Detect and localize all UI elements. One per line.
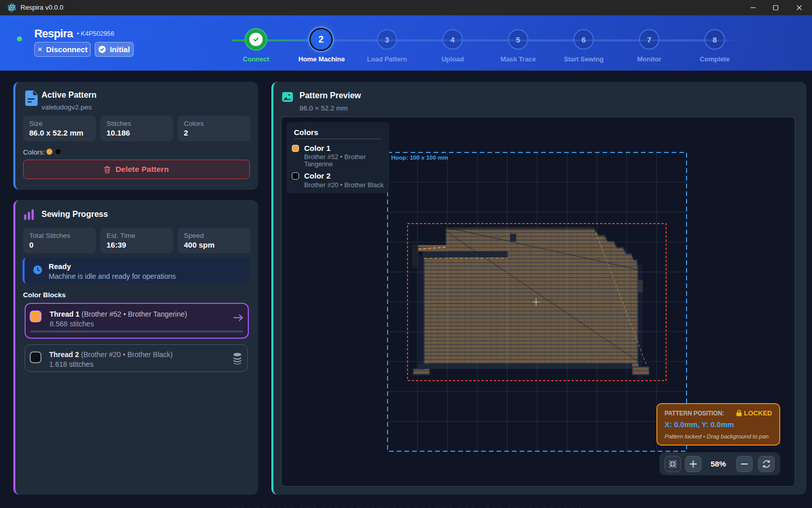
- svg-text:Hoop: 100 x 100 mm: Hoop: 100 x 100 mm: [391, 154, 448, 161]
